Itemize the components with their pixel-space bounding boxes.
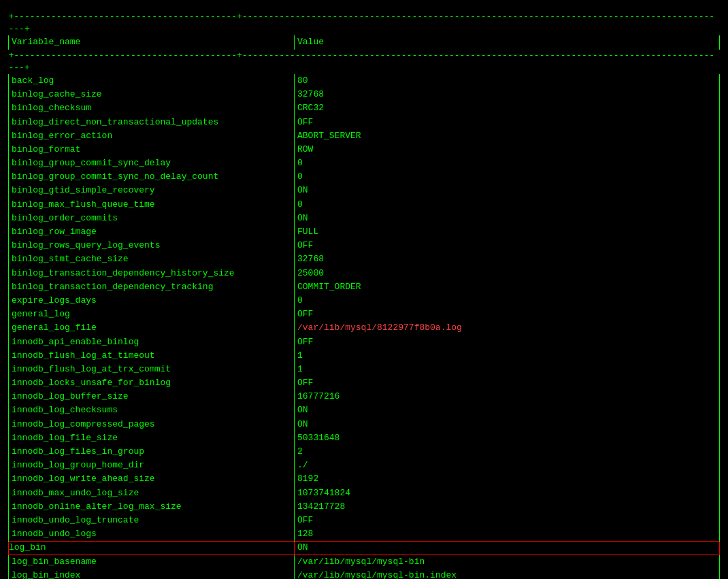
variable-name: innodb_log_group_home_dir: [9, 459, 295, 472]
variable-value: OFF: [295, 116, 720, 129]
variable-value: 80: [295, 74, 720, 88]
table-row: binlog_rows_query_log_events OFF: [9, 239, 720, 252]
table-row: innodb_api_enable_binlog OFF: [9, 335, 720, 349]
variable-value: OFF: [295, 308, 720, 321]
variable-value: ROW: [295, 143, 720, 156]
table-row: binlog_checksum CRC32: [9, 101, 720, 115]
variable-name: innodb_log_write_ahead_size: [9, 472, 295, 486]
variable-name: binlog_max_flush_queue_time: [9, 198, 295, 212]
variable-value: ON: [295, 542, 720, 555]
table-row: log_bin_basename /var/lib/mysql/mysql-bi…: [9, 555, 720, 569]
variable-value: 32768: [295, 88, 720, 101]
variable-value: 32768: [295, 252, 720, 266]
variable-value: COMMIT_ORDER: [295, 280, 720, 294]
variable-value: 1: [295, 363, 720, 376]
variable-name: innodb_api_enable_binlog: [9, 335, 295, 349]
table-row: binlog_format ROW: [9, 143, 720, 156]
variable-name: binlog_group_commit_sync_no_delay_count: [9, 170, 295, 184]
variable-value: 0: [295, 156, 720, 170]
variable-name: binlog_direct_non_transactional_updates: [9, 116, 295, 129]
table-row: binlog_stmt_cache_size 32768: [9, 252, 720, 266]
table-row: innodb_log_file_size 50331648: [9, 431, 720, 445]
variable-name: binlog_checksum: [9, 101, 295, 115]
table-row: innodb_online_alter_log_max_size 1342177…: [9, 500, 720, 514]
table-row: innodb_locks_unsafe_for_binlog OFF: [9, 376, 720, 390]
table-row: binlog_transaction_dependency_history_si…: [9, 267, 720, 280]
variable-value: ./: [295, 459, 720, 472]
variable-value: OFF: [295, 514, 720, 527]
variable-name: log_bin_index: [9, 569, 295, 579]
variable-name: expire_logs_days: [9, 294, 295, 308]
variable-value: 134217728: [295, 500, 720, 514]
variable-value: ON: [295, 212, 720, 225]
table-row: binlog_row_image FULL: [9, 225, 720, 239]
table-row: innodb_undo_log_truncate OFF: [9, 514, 720, 527]
table-row: log_bin_index /var/lib/mysql/mysql-bin.i…: [9, 569, 720, 579]
table-row: innodb_log_files_in_group 2: [9, 445, 720, 459]
variable-value: ON: [295, 184, 720, 197]
table-header: Variable_name Value: [9, 35, 720, 49]
variable-name: innodb_online_alter_log_max_size: [9, 500, 295, 514]
variable-name: innodb_log_file_size: [9, 431, 295, 445]
table-row: innodb_log_group_home_dir ./: [9, 459, 720, 472]
table-row: binlog_cache_size 32768: [9, 88, 720, 101]
variable-name: innodb_undo_log_truncate: [9, 514, 295, 527]
variable-name: binlog_stmt_cache_size: [9, 252, 295, 266]
table-row: binlog_order_commits ON: [9, 212, 720, 225]
table-row: innodb_log_checksums ON: [9, 403, 720, 417]
table-row: expire_logs_days 0: [9, 294, 720, 308]
table-row: binlog_gtid_simple_recovery ON: [9, 184, 720, 197]
variable-value: ON: [295, 418, 720, 431]
table-row: binlog_error_action ABORT_SERVER: [9, 129, 720, 143]
variable-value: 0: [295, 170, 720, 184]
variable-value: 128: [295, 527, 720, 542]
variable-name: binlog_rows_query_log_events: [9, 239, 295, 252]
variable-value: 1073741824: [295, 486, 720, 500]
variable-name: binlog_format: [9, 143, 295, 156]
terminal-window: +---------------------------------------…: [5, 5, 723, 579]
variable-name: binlog_error_action: [9, 129, 295, 143]
table-row: back_log 80: [9, 74, 720, 88]
variable-name: back_log: [9, 74, 295, 88]
variable-value: 16777216: [295, 390, 720, 403]
variable-value: ON: [295, 403, 720, 417]
variable-name: innodb_flush_log_at_timeout: [9, 349, 295, 363]
variable-name: binlog_transaction_dependency_history_si…: [9, 267, 295, 280]
variable-value: 0: [295, 198, 720, 212]
variable-value: 50331648: [295, 431, 720, 445]
table-row: general_log_file /var/lib/mysql/8122977f…: [9, 321, 720, 335]
table-row: binlog_group_commit_sync_no_delay_count …: [9, 170, 720, 184]
variable-value: FULL: [295, 225, 720, 239]
variable-value: ABORT_SERVER: [295, 129, 720, 143]
table-row: innodb_log_write_ahead_size 8192: [9, 472, 720, 486]
variable-value: 2: [295, 445, 720, 459]
col1-header: Variable_name: [9, 35, 295, 49]
variable-value: OFF: [295, 376, 720, 390]
table-row: binlog_direct_non_transactional_updates …: [9, 116, 720, 129]
table-row: innodb_log_buffer_size 16777216: [9, 390, 720, 403]
variable-name: innodb_log_files_in_group: [9, 445, 295, 459]
variable-name: innodb_log_compressed_pages: [9, 418, 295, 431]
table-row: innodb_undo_logs 128: [9, 527, 720, 542]
table-row: binlog_max_flush_queue_time 0: [9, 198, 720, 212]
table-row: innodb_max_undo_log_size 1073741824: [9, 486, 720, 500]
variable-value: CRC32: [295, 101, 720, 115]
variable-name: binlog_order_commits: [9, 212, 295, 225]
variable-name: innodb_locks_unsafe_for_binlog: [9, 376, 295, 390]
variable-value: 1: [295, 349, 720, 363]
table-row: log_bin ON: [9, 542, 720, 555]
variable-value: 25000: [295, 267, 720, 280]
variable-value: 8192: [295, 472, 720, 486]
table-row: binlog_group_commit_sync_delay 0: [9, 156, 720, 170]
table-row: innodb_flush_log_at_timeout 1: [9, 349, 720, 363]
table-row: general_log OFF: [9, 308, 720, 321]
variable-value: OFF: [295, 239, 720, 252]
variable-name: log_bin: [9, 542, 295, 555]
table-row: innodb_flush_log_at_trx_commit 1: [9, 363, 720, 376]
variable-name: binlog_cache_size: [9, 88, 295, 101]
variable-name: binlog_row_image: [9, 225, 295, 239]
variable-name: log_bin_basename: [9, 555, 295, 569]
variable-value: 0: [295, 294, 720, 308]
variable-name: binlog_transaction_dependency_tracking: [9, 280, 295, 294]
variable-name: innodb_log_checksums: [9, 403, 295, 417]
